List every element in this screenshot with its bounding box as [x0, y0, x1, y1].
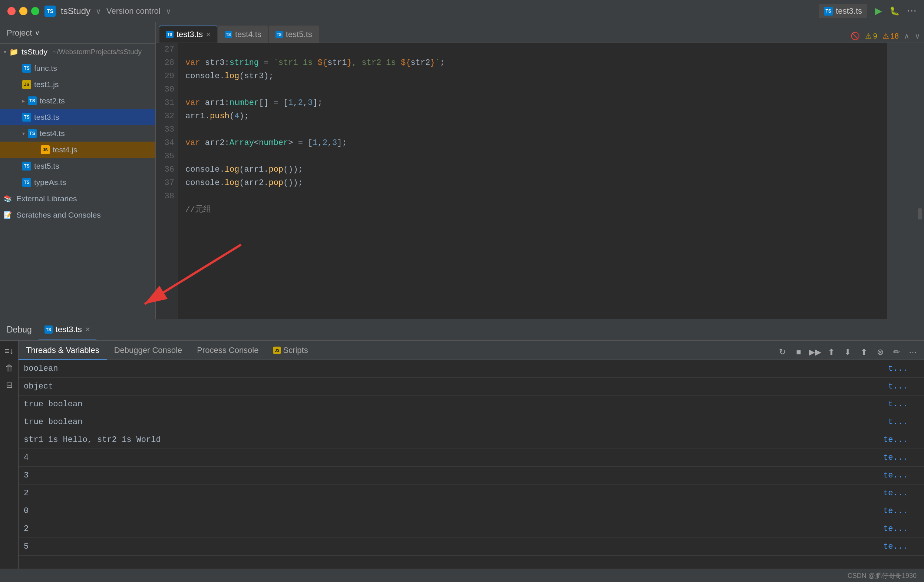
- tab-test5[interactable]: TS test5.ts: [269, 26, 319, 43]
- tab-debugger-console[interactable]: Debugger Console: [107, 342, 190, 359]
- sidebar-content: ▾ 📁 tsStudy ~/WebstormProjects/tsStudy T…: [0, 44, 155, 319]
- tree-item-test1[interactable]: JS test1.js: [0, 76, 155, 93]
- editor-toolbar-right: 🚫 ⚠ 9 ⚠ 18 ∧ ∨: [851, 31, 920, 43]
- chevron-up-icon[interactable]: ∧: [904, 31, 909, 40]
- debug-session-tab[interactable]: TS test3.ts ✕: [38, 320, 96, 340]
- close-button[interactable]: [7, 7, 16, 15]
- debug-layout: ≡↓ 🗑 ⊟ Threads & Variables Debugger Cons…: [0, 341, 924, 569]
- debug-header: Debug TS test3.ts ✕: [0, 319, 924, 341]
- tab-test4[interactable]: TS test4.ts: [218, 26, 268, 43]
- bottom-status-bar: CSDN @肥仔哥哥1930: [0, 569, 924, 582]
- warn-yellow-icon: ⚠: [865, 31, 872, 40]
- debug-file[interactable]: te...: [883, 489, 908, 498]
- tree-item-test4js[interactable]: JS test4.js: [0, 142, 155, 158]
- app-chevron: ∨: [96, 7, 101, 16]
- debug-file[interactable]: t...: [888, 400, 908, 409]
- tab-label-test5: test5.ts: [286, 30, 312, 39]
- active-file-tab[interactable]: TS test3.ts: [819, 4, 867, 18]
- ts-session-icon: TS: [45, 325, 53, 334]
- tree-item-tsStudy[interactable]: ▾ 📁 tsStudy ~/WebstormProjects/tsStudy: [0, 44, 155, 60]
- tree-item-test3[interactable]: TS test3.ts: [0, 109, 155, 125]
- debug-value: boolean: [24, 364, 58, 373]
- mute-breakpoints-icon[interactable]: ⊗: [873, 345, 888, 359]
- ts-icon: TS: [225, 31, 232, 38]
- debug-file[interactable]: te...: [883, 524, 908, 533]
- warning-orange: ⚠ 18: [883, 31, 899, 40]
- tab-close-test3[interactable]: ✕: [206, 31, 211, 38]
- more-button[interactable]: ⋯: [907, 5, 917, 16]
- external-libs-label: External Libraries: [16, 194, 77, 203]
- debug-file[interactable]: te...: [883, 435, 908, 445]
- warning-yellow: ⚠ 9: [865, 31, 877, 40]
- minimize-button[interactable]: [19, 7, 28, 15]
- tab-label-threads: Threads & Variables: [26, 346, 99, 355]
- tree-item-external-libs[interactable]: 📚 External Libraries: [0, 191, 155, 207]
- step-over-icon[interactable]: ⬆: [824, 345, 839, 359]
- tab-scripts[interactable]: JS Scripts: [266, 342, 315, 359]
- filter-icon[interactable]: ⊟: [2, 378, 16, 392]
- ts-icon: TS: [22, 64, 31, 73]
- more-options-icon[interactable]: ⋯: [906, 345, 920, 359]
- debug-file[interactable]: t...: [888, 382, 908, 391]
- eye-slash-icon[interactable]: 🚫: [851, 31, 860, 40]
- step-out-icon[interactable]: ⬆: [856, 345, 871, 359]
- debug-value: 3: [24, 471, 28, 480]
- debug-row: boolean t...: [18, 360, 924, 378]
- rerun-icon[interactable]: ↻: [775, 345, 790, 359]
- debug-main: Threads & Variables Debugger Console Pro…: [18, 341, 924, 569]
- tree-item-func[interactable]: TS func.ts: [0, 60, 155, 76]
- step-into-icon[interactable]: ⬇: [840, 345, 855, 359]
- chevron-down-editor-icon[interactable]: ∨: [915, 31, 920, 40]
- tree-item-scratches[interactable]: 📝 Scratches and Consoles: [0, 207, 155, 223]
- run-button[interactable]: ▶: [874, 5, 882, 16]
- debug-row: 5 te...: [18, 538, 924, 556]
- debug-row: true boolean t...: [18, 413, 924, 431]
- tree-item-test4[interactable]: ▾ TS test4.ts: [0, 125, 155, 142]
- debug-file[interactable]: te...: [883, 542, 908, 551]
- stop-icon[interactable]: ■: [791, 345, 806, 359]
- debug-file[interactable]: t...: [888, 364, 908, 373]
- tab-process-console[interactable]: Process Console: [190, 342, 266, 359]
- js-scripts-icon: JS: [273, 346, 280, 354]
- tree-item-test5[interactable]: TS test5.ts: [0, 158, 155, 174]
- resume-icon[interactable]: ▶▶: [808, 345, 822, 359]
- version-control[interactable]: Version control: [106, 6, 160, 16]
- main-layout: Project ∨ ▾ 📁 tsStudy ~/WebstormProjects…: [0, 22, 924, 582]
- debug-file[interactable]: te...: [883, 506, 908, 516]
- folder-icon: 📁: [9, 48, 18, 56]
- code-editor[interactable]: 27 28 29 30 31 32 33 34 35 36 37 38 var …: [156, 43, 924, 319]
- debug-file[interactable]: te...: [883, 471, 908, 480]
- file-label-test1: test1.js: [34, 80, 59, 89]
- scrollbar-thumb[interactable]: [918, 208, 922, 219]
- app-name: tsStudy: [61, 6, 91, 16]
- test4js-icon: JS: [41, 145, 50, 154]
- chevron-down-icon: ▾: [22, 130, 25, 137]
- tree-item-typeAs[interactable]: TS typeAs.ts: [0, 174, 155, 191]
- debug-session-label: test3.ts: [56, 325, 82, 335]
- maximize-button[interactable]: [31, 7, 39, 15]
- edit-icon[interactable]: ✏: [889, 345, 904, 359]
- js-icon: JS: [22, 80, 31, 89]
- debug-file[interactable]: te...: [883, 453, 908, 462]
- debug-content: boolean t... object t... true boolean t.…: [18, 360, 924, 569]
- warn-yellow-count: 9: [873, 32, 877, 40]
- debug-session-close[interactable]: ✕: [85, 325, 91, 334]
- debug-icon[interactable]: 🐛: [889, 6, 899, 16]
- tree-item-test2[interactable]: ▸ TS test2.ts: [0, 93, 155, 109]
- tab-threads-variables[interactable]: Threads & Variables: [18, 342, 107, 359]
- file-label-test5: test5.ts: [34, 162, 59, 170]
- trash-icon[interactable]: 🗑: [2, 361, 16, 376]
- file-label-typeAs: typeAs.ts: [34, 178, 66, 187]
- vc-chevron: ∨: [166, 7, 171, 16]
- align-left-icon[interactable]: ≡↓: [2, 344, 16, 358]
- ts-icon: TS: [166, 31, 173, 38]
- ts-icon: TS: [22, 113, 31, 122]
- title-bar: TS tsStudy ∨ Version control ∨ TS test3.…: [0, 0, 924, 22]
- warn-orange-icon: ⚠: [883, 31, 889, 40]
- file-label-test4js: test4.js: [53, 145, 78, 154]
- file-label-test3: test3.ts: [34, 113, 59, 122]
- debug-row: 3 te...: [18, 467, 924, 485]
- debug-file[interactable]: t...: [888, 417, 908, 427]
- tab-test3[interactable]: TS test3.ts ✕: [160, 26, 217, 43]
- debug-value: true boolean: [24, 417, 82, 427]
